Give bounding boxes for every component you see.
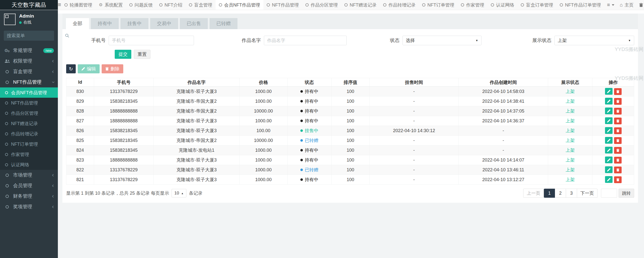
submit-button[interactable]: 提交 xyxy=(115,50,131,59)
sidebar-subitem-5[interactable]: NFT订单管理 xyxy=(0,139,58,149)
row-edit-button[interactable] xyxy=(605,176,613,183)
row-delete-button[interactable] xyxy=(614,147,622,154)
row-delete-button[interactable] xyxy=(614,108,622,115)
topnav-item-1[interactable]: ⚙系统配置 xyxy=(96,0,126,10)
jump-page-input[interactable] xyxy=(601,189,617,198)
table-row[interactable]: 82615838218345克隆城市-双子大厦3100.00挂售中1002022… xyxy=(66,126,634,136)
sidebar-subitem-6[interactable]: 作家管理 xyxy=(0,149,58,160)
display-status-link[interactable]: 上架 xyxy=(566,177,575,182)
sidebar-toggle-icon[interactable]: ≡ xyxy=(58,0,61,10)
tab-5[interactable]: 已转赠 xyxy=(210,18,237,29)
row-delete-button[interactable] xyxy=(614,127,622,134)
display-status-link[interactable]: 上架 xyxy=(566,138,575,143)
row-edit-button[interactable] xyxy=(605,166,613,173)
row-edit-button[interactable] xyxy=(605,157,613,163)
topnav-item-10[interactable]: NFT订单管理 xyxy=(419,0,458,10)
row-edit-button[interactable] xyxy=(605,108,613,114)
tab-4[interactable]: 已出售 xyxy=(180,18,208,29)
sidebar-item-6[interactable]: 财务管理‹ xyxy=(0,191,58,201)
topnav-item-9[interactable]: 作品转增记录 xyxy=(380,0,419,10)
display-status-link[interactable]: 上架 xyxy=(566,148,575,153)
page-size-select[interactable]: 10 ▲ xyxy=(172,189,186,197)
table-row[interactable]: 82818888888888克隆城市-帝国大厦210000.00持有中100-2… xyxy=(66,106,634,116)
sidebar-item-7[interactable]: 奖项管理‹ xyxy=(0,201,58,212)
topnav-item-13[interactable]: 盲盒订单管理 xyxy=(517,0,556,10)
table-row[interactable]: 82318888888888克隆城市-双子大厦31000.00持有中100-20… xyxy=(66,155,634,165)
topnav-item-4[interactable]: 盲盒管理 xyxy=(186,0,216,10)
topnav-item-6[interactable]: NFT作品管理 xyxy=(263,0,302,10)
topnav-item-0[interactable]: 轮播图管理 xyxy=(61,0,96,10)
status-select[interactable]: 选择 ▼ xyxy=(403,36,481,45)
sidebar-item-2[interactable]: 盲盒管理‹ xyxy=(0,66,58,77)
sidebar-item-5[interactable]: 会员管理‹ xyxy=(0,180,58,191)
row-delete-button[interactable] xyxy=(614,137,622,144)
sidebar-item-1[interactable]: 权限管理‹ xyxy=(0,56,58,66)
row-edit-button[interactable] xyxy=(605,98,613,105)
topnav-item-5[interactable]: 会员NFT作品管理 xyxy=(216,0,263,10)
search-icon[interactable] xyxy=(65,34,69,38)
brand-logo[interactable]: 天空数字藏品 xyxy=(0,0,58,10)
display-status-select[interactable]: 上架 ▼ xyxy=(554,36,634,45)
bulk-edit-button[interactable]: 编辑 xyxy=(78,64,100,73)
row-edit-button[interactable] xyxy=(605,137,613,144)
sidebar-item-0[interactable]: ⚙⚙常规管理new xyxy=(0,45,58,56)
sidebar-item-3[interactable]: NFT作品管理‹ xyxy=(0,77,58,87)
sidebar-subitem-7[interactable]: 认证网络 xyxy=(0,160,58,170)
display-status-link[interactable]: 上架 xyxy=(566,109,575,114)
tab-2[interactable]: 挂售中 xyxy=(120,18,148,29)
topnav-item-3[interactable]: NFT介绍 xyxy=(156,0,186,10)
bulk-delete-button[interactable]: 删除 xyxy=(102,64,123,73)
page-button-1[interactable]: 1 xyxy=(544,189,555,198)
sidebar-subitem-4[interactable]: 作品转增记录 xyxy=(0,129,58,139)
display-status-link[interactable]: 上架 xyxy=(566,128,575,133)
page-button-3[interactable]: 3 xyxy=(566,189,577,198)
phone-input[interactable] xyxy=(109,36,194,45)
topnav-item-14[interactable]: NFT作品订单管理 xyxy=(556,0,604,10)
table-row[interactable]: 83013137678229克隆城市-双子大厦31000.00持有中100-20… xyxy=(66,87,634,96)
display-status-link[interactable]: 上架 xyxy=(566,167,575,172)
tab-3[interactable]: 交易中 xyxy=(150,18,178,29)
nav-list-dropdown[interactable]: ≡ xyxy=(604,0,617,10)
tab-0[interactable]: 全部 xyxy=(66,18,89,29)
row-edit-button[interactable] xyxy=(605,147,613,153)
topnav-item-11[interactable]: 作家管理 xyxy=(458,0,488,10)
refresh-button[interactable]: ↻ xyxy=(66,64,76,73)
display-status-link[interactable]: 上架 xyxy=(566,89,575,94)
page-button-2[interactable]: 2 xyxy=(555,189,566,198)
prev-page-button[interactable]: 上一页 xyxy=(523,189,544,198)
jump-button[interactable]: 跳转 xyxy=(619,189,634,198)
table-row[interactable]: 82915838218345克隆城市-帝国大厦21000.00持有中100-20… xyxy=(66,96,634,106)
display-status-link[interactable]: 上架 xyxy=(566,158,575,163)
tab-1[interactable]: 持有中 xyxy=(91,18,119,29)
topnav-item-2[interactable]: 问题反馈 xyxy=(126,0,156,10)
sidebar-subitem-0[interactable]: 会员NFT作品管理 xyxy=(0,87,58,98)
row-delete-button[interactable] xyxy=(614,157,622,164)
row-delete-button[interactable] xyxy=(614,176,622,183)
display-status-link[interactable]: 上架 xyxy=(566,118,575,123)
row-edit-button[interactable] xyxy=(605,127,613,134)
topnav-item-7[interactable]: 作品分区管理 xyxy=(302,0,341,10)
reset-button[interactable]: 重置 xyxy=(134,50,150,59)
table-row[interactable]: 82515838218345克隆城市-帝国大厦210000.00已转赠100--… xyxy=(66,136,634,145)
row-delete-button[interactable] xyxy=(614,88,622,95)
row-edit-button[interactable] xyxy=(605,117,613,124)
sidebar-search-input[interactable] xyxy=(7,33,65,38)
sidebar-item-4[interactable]: 市场管理‹ xyxy=(0,170,58,180)
table-row[interactable]: 82718888888888克隆城市-双子大厦31000.00持有中100-20… xyxy=(66,116,634,126)
next-page-button[interactable]: 下一页 xyxy=(577,189,597,198)
row-edit-button[interactable] xyxy=(605,88,613,95)
table-row[interactable]: 82415838218345克隆城市-发电站11000.00持有中100--上架 xyxy=(66,145,634,155)
sidebar-subitem-2[interactable]: 作品分区管理 xyxy=(0,108,58,118)
clear-cache-button[interactable]: 清除缓存 xyxy=(636,0,644,10)
table-row[interactable]: 82213137678229克隆城市-双子大厦31000.00已转赠100-20… xyxy=(66,165,634,175)
table-row[interactable]: 82113137678229克隆城市-双子大厦31000.00持有中100-20… xyxy=(66,175,634,185)
sidebar-subitem-1[interactable]: NFT作品管理 xyxy=(0,98,58,108)
home-button[interactable]: ⌂ 主页 xyxy=(617,0,636,10)
sidebar-subitem-3[interactable]: NFT赠送记录 xyxy=(0,118,58,129)
row-delete-button[interactable] xyxy=(614,118,622,124)
row-delete-button[interactable] xyxy=(614,98,622,105)
topnav-item-8[interactable]: NFT赠送记录 xyxy=(341,0,380,10)
display-status-link[interactable]: 上架 xyxy=(566,99,575,104)
row-delete-button[interactable] xyxy=(614,167,622,173)
artwork-name-input[interactable] xyxy=(264,36,347,45)
